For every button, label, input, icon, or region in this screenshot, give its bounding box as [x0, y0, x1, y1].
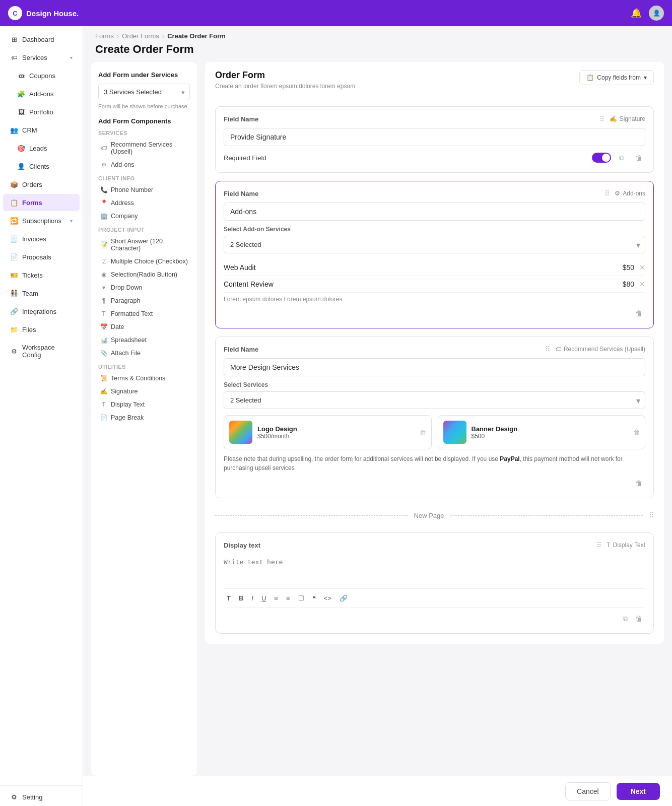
lp-item-date[interactable]: 📅 Date [98, 320, 190, 333]
sidebar-item-workspace[interactable]: ⚙ Workspace Config [3, 339, 80, 363]
logo-design-thumbnail [229, 421, 252, 444]
sidebar-item-forms[interactable]: 📋 Forms [3, 194, 80, 211]
lp-item-paragraph[interactable]: ¶ Paragraph [98, 294, 190, 307]
lp-item-company[interactable]: 🏢 Company [98, 210, 190, 223]
order-form-header-left: Order Form Create an iorder florem epsum… [215, 70, 355, 90]
drag-handle-addons[interactable]: ⠿ [604, 189, 610, 197]
sidebar-item-orders[interactable]: 📦 Orders [3, 176, 80, 193]
delete-upsell-field[interactable]: 🗑 [632, 477, 645, 490]
sidebar-item-coupons[interactable]: 🎟 Coupons [3, 67, 80, 84]
dt-btn-link[interactable]: 🔗 [337, 593, 351, 603]
display-text-textarea[interactable] [224, 554, 645, 584]
addon-select[interactable]: 2 Selected [224, 236, 645, 253]
next-button[interactable]: Next [617, 783, 660, 800]
lp-item-terms[interactable]: 📜 Terms & Conditions [98, 372, 190, 385]
puzzle-icon: 🧩 [17, 90, 25, 98]
sidebar-item-dashboard[interactable]: ⊞ Dashboard [3, 31, 80, 48]
lp-item-page-break[interactable]: 📄 Page Break [98, 411, 190, 424]
lp-item-addons[interactable]: ⚙ Add-ons [98, 158, 190, 171]
dt-btn-bold[interactable]: B [236, 593, 246, 603]
required-row-actions: ⧉ 🗑 [592, 151, 645, 164]
lp-item-formatted-text[interactable]: T Formatted Text [98, 307, 190, 320]
lp-item-short-answer[interactable]: 📝 Short Answer (120 Character) [98, 235, 190, 255]
upsell-name-input[interactable] [224, 358, 645, 376]
lp-item-dropdown[interactable]: ▾ Drop Down [98, 281, 190, 294]
remove-content-review[interactable]: ✕ [639, 280, 645, 288]
lp-item-attach-file[interactable]: 📎 Attach File [98, 347, 190, 360]
lp-item-phone[interactable]: 📞 Phone Number [98, 183, 190, 196]
dt-btn-T[interactable]: T [224, 593, 234, 603]
delete-display-text[interactable]: 🗑 [632, 612, 645, 625]
order-form-title: Order Form [215, 70, 355, 81]
sidebar-item-setting[interactable]: ⚙ Setting [3, 788, 80, 805]
field-name-label: Field Name [224, 115, 258, 123]
delete-field-button[interactable]: 🗑 [632, 151, 645, 164]
new-page-drag-handle[interactable]: ⠿ [649, 511, 654, 519]
new-page-divider: New Page ⠿ [215, 506, 654, 524]
bottom-bar: Cancel Next [83, 776, 672, 806]
services-select[interactable]: 3 Services Selected [98, 84, 190, 100]
chevron-down-icon: ▾ [70, 55, 73, 60]
cancel-button[interactable]: Cancel [565, 782, 611, 800]
group-label-project-input: Project Input [98, 227, 190, 233]
dt-btn-checkbox[interactable]: ☐ [295, 593, 307, 603]
sidebar-item-integrations[interactable]: 🔗 Integrations [3, 303, 80, 320]
new-page-label: New Page [414, 512, 444, 519]
new-page-line-right [450, 515, 643, 516]
sidebar-item-leads[interactable]: 🎯 Leads [3, 140, 80, 157]
delete-addons-field[interactable]: 🗑 [632, 307, 645, 320]
addons-name-input[interactable] [224, 203, 645, 221]
sidebar-item-tickets[interactable]: 🎫 Tickets [3, 266, 80, 284]
sidebar-item-crm[interactable]: 👥 CRM [3, 121, 80, 139]
sidebar-item-invoices[interactable]: 🧾 Invoices [3, 230, 80, 247]
avatar[interactable]: 👤 [649, 6, 664, 21]
brand-logo: C [8, 6, 22, 20]
right-panel: Order Form Create an iorder florem epsum… [205, 62, 664, 776]
drag-handle-display[interactable]: ⠿ [596, 541, 601, 549]
upsell-note: Please note that during upselling, the o… [224, 454, 645, 473]
copy-field-button[interactable]: ⧉ [615, 151, 628, 164]
dt-btn-underline[interactable]: U [258, 593, 269, 603]
copy-display-text[interactable]: ⧉ [619, 612, 632, 625]
dt-btn-italic[interactable]: I [248, 593, 256, 603]
sidebar-item-portfolio[interactable]: 🖼 Portfolio [3, 103, 80, 120]
setting-icon: ⚙ [10, 793, 18, 801]
upsell-select[interactable]: 2 Selected [224, 391, 645, 409]
lp-item-recommend[interactable]: 🏷 Recommend Services (Upsell) [98, 138, 190, 158]
addon-row-web-audit: Web Audit $50 ✕ [224, 259, 645, 276]
sidebar-item-subscriptions[interactable]: 🔁 Subscriptions ▾ [3, 212, 80, 229]
doc-icon: 📝 [100, 241, 107, 248]
sidebar-item-team[interactable]: 👫 Team [3, 285, 80, 302]
delete-banner-design[interactable]: 🗑 [633, 429, 640, 436]
sidebar-item-addons[interactable]: 🧩 Add-ons [3, 85, 80, 102]
services-select-wrap: 3 Services Selected ▾ [98, 84, 190, 100]
dt-btn-code[interactable]: <> [321, 593, 334, 603]
sidebar-item-clients[interactable]: 👤 Clients [3, 158, 80, 175]
dt-btn-ol[interactable]: ≡ [283, 593, 293, 603]
receipt-icon: 🧾 [10, 235, 18, 243]
addon-description: Lorem epsum dolores Lorem epsum dolores [224, 296, 645, 303]
lp-item-multiple-choice[interactable]: ☑ Multiple Choice (Checkbox) [98, 255, 190, 268]
delete-logo-design[interactable]: 🗑 [420, 429, 426, 436]
drag-handle[interactable]: ⠿ [599, 115, 604, 123]
lp-item-spreadsheet[interactable]: 📊 Spreadsheet [98, 333, 190, 347]
sidebar-item-files[interactable]: 📁 Files [3, 321, 80, 338]
dt-btn-quote[interactable]: ❝ [309, 593, 319, 603]
required-toggle[interactable] [592, 153, 611, 163]
signature-name-input[interactable] [224, 128, 645, 146]
lp-item-selection[interactable]: ◉ Selection(Radio Button) [98, 268, 190, 281]
remove-web-audit[interactable]: ✕ [639, 263, 645, 272]
addon-footer-actions: 🗑 [224, 307, 645, 320]
lp-item-signature[interactable]: ✍ Signature [98, 385, 190, 398]
field-type-signature: ✍ Signature [610, 115, 645, 122]
group-label-services: Services [98, 130, 190, 136]
ticket2-icon: 🎫 [10, 271, 18, 279]
dt-btn-ul[interactable]: ≡ [271, 593, 281, 603]
lp-item-display-text[interactable]: T Display Text [98, 398, 190, 411]
sidebar-item-proposals[interactable]: 📄 Proposals [3, 248, 80, 265]
sidebar-item-services[interactable]: 🏷 Services ▾ [3, 49, 80, 66]
lp-item-address[interactable]: 📍 Address [98, 196, 190, 210]
drag-handle-upsell[interactable]: ⠿ [545, 345, 550, 353]
copy-fields-button[interactable]: 📋 Copy fields from ▾ [579, 70, 654, 85]
notification-icon[interactable]: 🔔 [631, 8, 642, 19]
